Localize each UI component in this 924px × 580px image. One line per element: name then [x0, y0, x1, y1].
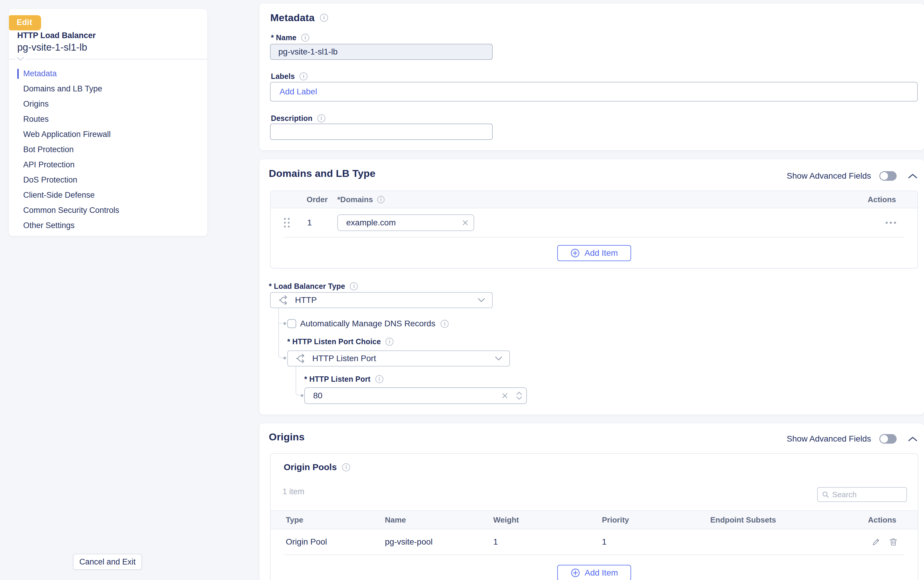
branch-icon	[278, 295, 289, 306]
metadata-section: Metadata i * Name i Labels i Add Label D…	[260, 3, 924, 150]
search-icon	[822, 490, 829, 499]
http-listen-port-label: * HTTP Listen Port	[304, 375, 371, 384]
sidebar-item-bot-protection[interactable]: Bot Protection	[9, 142, 207, 157]
domains-table-header: Order *Domains i Actions	[271, 191, 917, 208]
show-advanced-fields-label: Show Advanced Fields	[787, 434, 871, 444]
column-header-domains: *Domains	[337, 195, 373, 204]
add-origin-pool-button[interactable]: Add Item	[557, 565, 631, 580]
pool-weight-value: 1	[493, 529, 498, 554]
sidebar-item-label: Web Application Firewall	[23, 130, 111, 139]
add-domain-item-button[interactable]: Add Item	[557, 245, 631, 261]
tree-connector-dot	[301, 394, 303, 397]
sidebar-item-api-protection[interactable]: API Protection	[9, 157, 207, 172]
show-advanced-fields-toggle[interactable]	[880, 171, 897, 181]
info-icon[interactable]: i	[320, 14, 328, 22]
description-field-label: Description	[271, 114, 312, 123]
object-name: pg-vsite-1-sl1-lb	[17, 42, 87, 53]
add-label-link[interactable]: Add Label	[280, 87, 317, 96]
pool-type-value: Origin Pool	[286, 529, 327, 554]
lb-type-label: * Load Balancer Type	[269, 282, 345, 291]
sidebar-item-dos-protection[interactable]: DoS Protection	[9, 172, 207, 188]
port-choice-label: * HTTP Listen Port Choice	[287, 337, 381, 346]
info-icon[interactable]: i	[350, 282, 358, 290]
sidebar-item-label: DoS Protection	[23, 175, 77, 185]
origins-section: Origins Show Advanced Fields Origin Pool…	[260, 423, 924, 580]
info-icon[interactable]: i	[441, 320, 449, 328]
tree-connector	[296, 366, 300, 396]
sidebar-item-waf[interactable]: Web Application Firewall	[9, 127, 207, 142]
column-header-priority: Priority	[602, 516, 629, 525]
labels-field[interactable]: Add Label	[270, 82, 918, 102]
port-choice-value: HTTP Listen Port	[312, 354, 489, 363]
sidebar-item-label: Client-Side Defense	[23, 191, 95, 200]
info-icon[interactable]: i	[342, 463, 350, 471]
sidebar-item-common-security-controls[interactable]: Common Security Controls	[9, 203, 207, 218]
column-header-order: Order	[307, 195, 328, 204]
manage-dns-label: Automatically Manage DNS Records	[300, 319, 435, 328]
info-icon[interactable]: i	[299, 72, 307, 81]
name-field[interactable]	[270, 44, 493, 60]
clear-domain-icon[interactable]	[462, 219, 469, 226]
sidebar-item-label: Metadata	[23, 69, 57, 78]
collapse-section-button[interactable]	[908, 436, 917, 442]
domains-section-title: Domains and LB Type	[269, 168, 375, 179]
sidebar-item-domains-lb-type[interactable]: Domains and LB Type	[9, 81, 207, 96]
info-icon[interactable]: i	[317, 114, 326, 122]
edit-mode-badge: Edit	[9, 15, 41, 30]
wizard-section-nav: Metadata Domains and LB Type Origins Rou…	[9, 66, 207, 233]
sidebar-item-label: Common Security Controls	[23, 206, 119, 215]
column-header-weight: Weight	[493, 516, 519, 525]
column-header-actions: Actions	[868, 195, 896, 204]
description-field[interactable]	[270, 124, 493, 140]
sidebar-item-origins[interactable]: Origins	[9, 96, 207, 112]
row-menu-icon[interactable]	[886, 222, 896, 224]
chevron-down-icon	[516, 396, 522, 400]
sidebar-collapse-notch[interactable]	[15, 56, 26, 63]
search-input[interactable]	[832, 490, 902, 499]
chevron-down-icon	[495, 356, 502, 361]
lb-type-select[interactable]: HTTP	[270, 292, 493, 308]
sidebar-divider	[9, 59, 207, 59]
show-advanced-fields-label: Show Advanced Fields	[787, 171, 871, 181]
clear-port-icon[interactable]	[501, 392, 508, 399]
manage-dns-checkbox[interactable]	[287, 319, 296, 328]
name-field-label: * Name	[271, 33, 296, 42]
info-icon[interactable]: i	[301, 34, 309, 42]
chevron-down-icon	[478, 298, 485, 303]
cancel-and-exit-button[interactable]: Cancel and Exit	[73, 554, 142, 570]
show-advanced-fields-toggle[interactable]	[880, 434, 897, 444]
number-stepper[interactable]	[516, 392, 522, 400]
domains-table: Order *Domains i Actions 1 Add Item	[270, 191, 918, 269]
info-icon[interactable]: i	[385, 338, 393, 346]
http-listen-port-input[interactable]	[304, 387, 527, 404]
sidebar-item-label: API Protection	[23, 160, 75, 170]
trash-icon	[889, 537, 898, 547]
sidebar-item-label: Origins	[23, 99, 49, 109]
drag-handle-icon[interactable]	[284, 218, 289, 227]
tree-connector	[278, 308, 283, 358]
origin-pools-title: Origin Pools	[284, 462, 337, 472]
delete-row-button[interactable]	[889, 537, 898, 547]
sidebar-item-client-side-defense[interactable]: Client-Side Defense	[9, 188, 207, 203]
labels-field-label: Labels	[271, 72, 295, 81]
item-count: 1 item	[283, 487, 304, 496]
sidebar-item-label: Other Settings	[23, 221, 75, 230]
port-choice-select[interactable]: HTTP Listen Port	[287, 351, 510, 366]
sidebar-item-other-settings[interactable]: Other Settings	[9, 218, 207, 233]
sidebar-item-routes[interactable]: Routes	[9, 112, 207, 127]
wizard-sidebar: Edit HTTP Load Balancer pg-vsite-1-sl1-l…	[9, 9, 207, 236]
domain-order-value: 1	[307, 208, 312, 237]
domain-input[interactable]	[337, 214, 474, 231]
search-box[interactable]	[817, 487, 907, 502]
collapse-section-button[interactable]	[908, 173, 917, 179]
info-icon[interactable]: i	[377, 196, 385, 203]
info-icon[interactable]: i	[375, 375, 383, 383]
object-type-label: HTTP Load Balancer	[17, 31, 96, 40]
pencil-icon	[871, 537, 881, 547]
sidebar-item-metadata[interactable]: Metadata	[9, 66, 207, 81]
chevron-up-icon	[908, 173, 917, 179]
pools-table-header: Type Name Weight Priority Endpoint Subse…	[271, 510, 918, 529]
chevron-up-icon	[516, 392, 522, 395]
edit-row-button[interactable]	[871, 537, 881, 547]
tree-connector-dot	[283, 357, 286, 359]
